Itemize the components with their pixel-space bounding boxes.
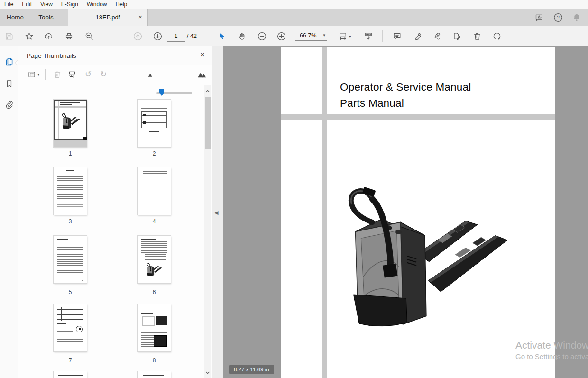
thumbnail-page-8[interactable] [138,304,171,351]
delete-pages-icon[interactable] [52,69,63,80]
thumb-content [58,375,83,376]
menu-view[interactable]: View [36,0,57,9]
page-down-icon[interactable] [152,30,163,42]
toolbar-divider [382,30,383,42]
cover-vertical-bar [322,47,327,378]
feedback-icon[interactable] [533,11,546,24]
thumbnail-page-9[interactable] [54,371,87,378]
insert-pages-icon[interactable] [66,69,78,80]
thumbnails-scrollbar[interactable] [204,85,211,378]
panel-toolbar: ▾ ↺ ↻ [18,65,212,83]
chevron-down-icon[interactable]: ▾ [349,34,351,39]
close-panel-icon[interactable]: × [199,51,206,60]
menu-file[interactable]: File [0,0,18,9]
panel-title: Page Thumbnails [27,52,76,59]
edit-page-icon[interactable] [451,30,462,42]
tab-document[interactable]: 18EP.pdf × [68,9,148,26]
page-size-tooltip: 8.27 x 11.69 in [229,365,274,374]
star-icon[interactable] [23,30,35,42]
thumbnail-page-4[interactable] [138,167,171,215]
thumbnail-page-3[interactable] [54,167,87,215]
chevron-down-icon: ▾ [323,33,325,37]
thumbnail-page-5[interactable] [54,236,87,283]
tab-tools[interactable]: Tools [31,9,61,26]
thumbnail-page-1[interactable] [54,100,87,147]
scroll-down-icon[interactable] [204,369,211,376]
rotate-cw-glyph: ↻ [100,69,107,80]
toolbar-divider [209,30,209,42]
zoom-in-thumbs-icon[interactable] [196,69,208,80]
thumbnail-label: 7 [54,357,87,364]
hand-icon[interactable] [236,30,248,42]
sign-icon[interactable] [431,30,442,42]
page-thumbnails-panel: Page Thumbnails × ▾ [18,46,212,378]
thumbnail-page-7[interactable] [54,304,87,351]
activate-windows-watermark: Activate Windows [515,340,588,351]
document-view[interactable]: Operator & Service Manual Parts Manual A… [223,46,588,378]
main-toolbar: / 42 66.7% ▾ [0,26,588,46]
zoom-out-thumbs-icon[interactable] [145,69,156,80]
page-number-input[interactable] [167,31,185,42]
menu-bar: File Edit View E-Sign Window Help [0,0,588,9]
rotate-pages-icon[interactable] [491,30,503,42]
thumbnail-label: 4 [138,218,171,225]
cover-horizontal-bar [281,114,555,120]
page-count-label: / 42 [187,26,197,46]
options-menu-icon[interactable] [26,69,37,80]
activate-windows-watermark-line2: Go to Settings to activate Windows [515,352,588,360]
tab-home[interactable]: Home [3,9,28,26]
tab-bar: Home Tools 18EP.pdf × ? [0,9,588,26]
navigation-rail [0,46,18,378]
delete-pages-icon[interactable] [471,30,483,42]
share-icon[interactable] [43,30,55,42]
zoom-out-icon[interactable] [256,30,267,42]
notifications-icon[interactable] [570,11,583,24]
highlight-icon[interactable] [412,30,423,42]
save-icon[interactable] [3,30,15,42]
page-thumbnails-icon[interactable] [3,56,15,67]
menu-window[interactable]: Window [83,0,111,9]
thumbnail-label: 2 [138,150,171,157]
thumbnail-label: 3 [54,218,87,225]
view-resize-handle[interactable] [83,137,87,140]
comment-icon[interactable] [391,30,403,42]
bookmarks-icon[interactable] [3,78,15,89]
zoom-level-select[interactable]: 66.7% ▾ [295,31,327,41]
pallet-truck-illustration [332,176,510,327]
document-title-line1: Operator & Service Manual [340,81,471,93]
svg-text:?: ? [557,15,560,20]
scroll-mode-icon[interactable] [363,30,374,42]
attachments-icon[interactable] [3,99,15,110]
rotate-ccw-glyph: ↺ [85,69,92,80]
thumbnail-page-10[interactable] [138,371,171,378]
scrollbar-thumb[interactable] [205,97,211,149]
search-icon[interactable] [83,30,95,42]
page-up-icon[interactable] [132,30,143,42]
panel-splitter[interactable]: ◀ [212,46,223,378]
close-tab-icon[interactable]: × [136,9,145,26]
thumbnail-label: 6 [138,289,171,295]
thumbnail-label: 5 [54,289,87,295]
collapse-panel-icon[interactable]: ◀ [214,210,218,216]
scroll-up-icon[interactable] [204,88,211,94]
panel-toolbar-divider [45,69,46,80]
menu-edit[interactable]: Edit [18,0,36,9]
rotate-cw-icon[interactable]: ↻ [98,69,109,80]
rotate-ccw-icon[interactable]: ↺ [83,69,94,80]
pdf-page: Operator & Service Manual Parts Manual [281,47,555,378]
thumbnail-page-6[interactable] [138,236,171,283]
help-icon[interactable]: ? [551,11,565,24]
menu-help[interactable]: Help [111,0,132,9]
pointer-icon[interactable] [216,30,227,42]
page-view-indicator[interactable] [54,100,87,140]
menu-esign[interactable]: E-Sign [57,0,83,9]
thumbnail-page-2[interactable] [138,100,171,147]
thumbnail-size-slider-handle[interactable] [159,89,164,96]
print-icon[interactable] [63,30,74,42]
zoom-level-value: 66.7% [300,32,316,39]
document-tab-label: 18EP.pdf [68,9,147,26]
fit-width-icon[interactable] [337,30,349,42]
chevron-down-icon[interactable]: ▾ [37,72,40,77]
zoom-in-icon[interactable] [276,30,287,42]
thumb-content [143,375,164,376]
